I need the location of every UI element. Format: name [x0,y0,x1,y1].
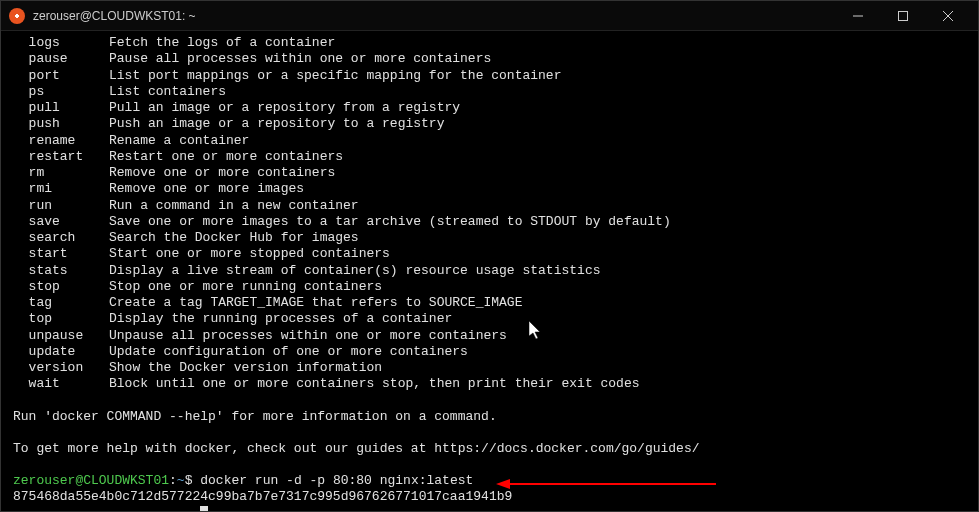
command-description: List containers [109,84,966,100]
entered-command: docker run -d -p 80:80 nginx:latest [200,473,473,489]
command-name: top [13,311,109,327]
command-name: ps [13,84,109,100]
prompt-colon: : [169,510,177,512]
command-row: renameRename a container [13,133,966,149]
minimize-button[interactable] [835,1,880,31]
command-row: psList containers [13,84,966,100]
command-description: Restart one or more containers [109,149,966,165]
blank-line [13,457,966,473]
command-description: Unpause all processes within one or more… [109,328,966,344]
blank-line [13,393,966,409]
command-row: portList port mappings or a specific map… [13,68,966,84]
command-description: Block until one or more containers stop,… [109,376,966,392]
command-row: waitBlock until one or more containers s… [13,376,966,392]
command-name: tag [13,295,109,311]
svg-rect-1 [898,11,907,20]
terminal-content[interactable]: logsFetch the logs of a container pauseP… [1,31,978,511]
close-icon [943,11,953,21]
command-name: search [13,230,109,246]
command-row: rmiRemove one or more images [13,181,966,197]
command-name: logs [13,35,109,51]
command-description: Save one or more images to a tar archive… [109,214,966,230]
command-name: rmi [13,181,109,197]
command-name: restart [13,149,109,165]
command-description: Display a live stream of container(s) re… [109,263,966,279]
command-name: run [13,198,109,214]
command-row: startStart one or more stopped container… [13,246,966,262]
blank-line [13,425,966,441]
command-name: update [13,344,109,360]
command-name: stats [13,263,109,279]
command-list: logsFetch the logs of a container pauseP… [13,35,966,393]
maximize-button[interactable] [880,1,925,31]
command-description: Display the running processes of a conta… [109,311,966,327]
terminal-window: zerouser@CLOUDWKST01: ~ logsFetch the lo… [0,0,979,512]
command-description: Run a command in a new container [109,198,966,214]
command-description: Search the Docker Hub for images [109,230,966,246]
command-name: rm [13,165,109,181]
command-description: Remove one or more containers [109,165,966,181]
command-name: port [13,68,109,84]
command-description: Push an image or a repository to a regis… [109,116,966,132]
prompt-dollar: $ [185,510,201,512]
command-row: pushPush an image or a repository to a r… [13,116,966,132]
titlebar: zerouser@CLOUDWKST01: ~ [1,1,978,31]
window-controls [835,1,970,31]
command-description: Update configuration of one or more cont… [109,344,966,360]
prompt-line-1: zerouser@CLOUDWKST01:~$ docker run -d -p… [13,473,966,489]
command-description: Pull an image or a repository from a reg… [109,100,966,116]
command-name: save [13,214,109,230]
command-description: List port mappings or a specific mapping… [109,68,966,84]
command-row: versionShow the Docker version informati… [13,360,966,376]
minimize-icon [853,11,863,21]
prompt-dollar: $ [185,473,201,489]
command-row: stopStop one or more running containers [13,279,966,295]
command-output: 875468da55e4b0c712d577224c99ba7b7e7317c9… [13,489,966,505]
command-row: unpauseUnpause all processes within one … [13,328,966,344]
command-description: Show the Docker version information [109,360,966,376]
help-text-2: To get more help with docker, check out … [13,441,966,457]
command-row: saveSave one or more images to a tar arc… [13,214,966,230]
command-row: topDisplay the running processes of a co… [13,311,966,327]
command-description: Fetch the logs of a container [109,35,966,51]
close-button[interactable] [925,1,970,31]
command-name: unpause [13,328,109,344]
command-row: logsFetch the logs of a container [13,35,966,51]
prompt-user: zerouser@CLOUDWKST01 [13,510,169,512]
command-row: pullPull an image or a repository from a… [13,100,966,116]
ubuntu-icon [9,8,25,24]
prompt-line-2: zerouser@CLOUDWKST01:~$ [13,506,966,512]
prompt-user: zerouser@CLOUDWKST01 [13,473,169,489]
command-name: wait [13,376,109,392]
command-row: restartRestart one or more containers [13,149,966,165]
command-name: stop [13,279,109,295]
prompt-colon: : [169,473,177,489]
command-name: version [13,360,109,376]
prompt-path: ~ [177,473,185,489]
help-text-1: Run 'docker COMMAND --help' for more inf… [13,409,966,425]
command-row: searchSearch the Docker Hub for images [13,230,966,246]
command-description: Stop one or more running containers [109,279,966,295]
window-title: zerouser@CLOUDWKST01: ~ [33,9,835,23]
maximize-icon [898,11,908,21]
cursor [200,506,208,512]
command-row: tagCreate a tag TARGET_IMAGE that refers… [13,295,966,311]
command-name: pull [13,100,109,116]
command-row: rmRemove one or more containers [13,165,966,181]
command-name: rename [13,133,109,149]
command-description: Pause all processes within one or more c… [109,51,966,67]
command-name: start [13,246,109,262]
command-description: Rename a container [109,133,966,149]
command-name: push [13,116,109,132]
command-row: runRun a command in a new container [13,198,966,214]
command-description: Remove one or more images [109,181,966,197]
command-description: Start one or more stopped containers [109,246,966,262]
command-name: pause [13,51,109,67]
command-row: updateUpdate configuration of one or mor… [13,344,966,360]
command-description: Create a tag TARGET_IMAGE that refers to… [109,295,966,311]
prompt-path: ~ [177,510,185,512]
command-row: statsDisplay a live stream of container(… [13,263,966,279]
command-row: pausePause all processes within one or m… [13,51,966,67]
